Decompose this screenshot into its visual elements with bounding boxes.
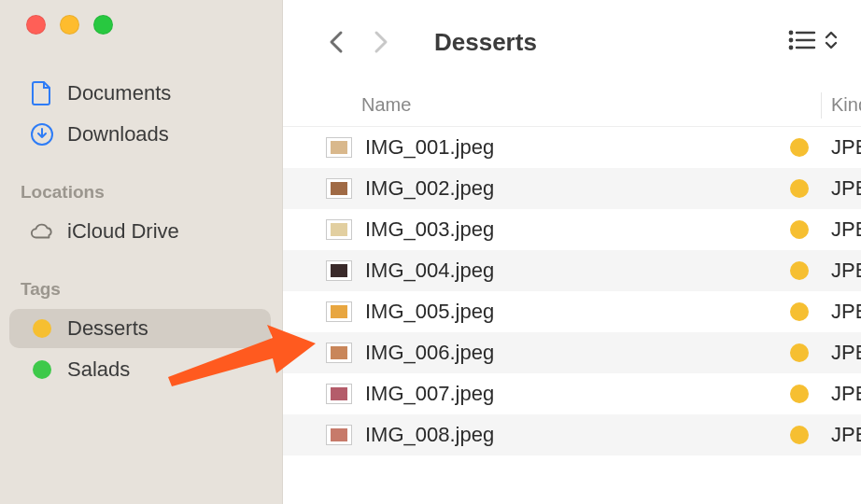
file-tag-dot-icon	[790, 179, 809, 198]
icloud-icon	[30, 219, 54, 244]
file-row[interactable]: IMG_007.jpegJPEG image	[283, 373, 861, 414]
file-name: IMG_002.jpeg	[365, 176, 790, 201]
file-tag-dot-icon	[790, 302, 809, 321]
file-kind: JPEG image	[831, 259, 861, 283]
minimize-window-button[interactable]	[60, 15, 79, 35]
file-kind: JPEG image	[831, 382, 861, 406]
file-name: IMG_005.jpeg	[365, 300, 790, 324]
tag-dot-icon	[30, 316, 54, 341]
download-icon	[30, 122, 54, 147]
file-kind: JPEG image	[831, 217, 861, 242]
sidebar-item-downloads[interactable]: Downloads	[9, 115, 271, 154]
file-tag-dot-icon	[790, 426, 809, 444]
file-name: IMG_008.jpeg	[365, 423, 790, 447]
document-icon	[30, 81, 54, 105]
file-thumbnail-icon	[326, 301, 352, 322]
file-row[interactable]: IMG_008.jpegJPEG image	[283, 414, 861, 455]
file-tag-dot-icon	[790, 343, 809, 362]
file-row[interactable]: IMG_005.jpegJPEG image	[283, 291, 861, 332]
file-name: IMG_001.jpeg	[365, 135, 790, 160]
svg-point-1	[790, 32, 792, 34]
file-name: IMG_007.jpeg	[365, 382, 790, 406]
sidebar-item-label: iCloud Drive	[67, 219, 179, 244]
back-button[interactable]	[322, 28, 350, 56]
sidebar-item-label: Downloads	[67, 122, 169, 147]
sidebar: Documents Downloads Locations iCloud Dri…	[0, 0, 283, 504]
file-name: IMG_004.jpeg	[365, 259, 790, 283]
sidebar-tag-desserts[interactable]: Desserts	[9, 309, 271, 348]
file-name: IMG_006.jpeg	[365, 341, 790, 365]
file-kind: JPEG image	[831, 135, 861, 160]
file-thumbnail-icon	[326, 137, 352, 158]
window-controls	[0, 15, 282, 35]
file-thumbnail-icon	[326, 219, 352, 240]
sidebar-item-icloud-drive[interactable]: iCloud Drive	[9, 212, 271, 251]
file-kind: JPEG image	[831, 176, 861, 201]
column-headers: Name Kind	[283, 84, 861, 127]
close-window-button[interactable]	[26, 15, 46, 35]
file-row[interactable]: IMG_002.jpegJPEG image	[283, 168, 861, 209]
sidebar-item-label: Salads	[67, 357, 130, 382]
file-row[interactable]: IMG_006.jpegJPEG image	[283, 332, 861, 373]
tag-dot-icon	[30, 357, 54, 382]
file-name: IMG_003.jpeg	[365, 217, 790, 242]
column-header-kind[interactable]: Kind	[831, 94, 861, 116]
toolbar: Desserts	[283, 0, 861, 84]
svg-point-3	[790, 39, 792, 41]
list-view-icon	[788, 30, 816, 54]
sidebar-section-locations: Locations	[0, 182, 282, 210]
sidebar-section-tags: Tags	[0, 279, 282, 307]
file-tag-dot-icon	[790, 138, 809, 157]
view-options-button[interactable]	[788, 29, 839, 55]
file-tag-dot-icon	[790, 385, 809, 403]
sidebar-tag-salads[interactable]: Salads	[9, 350, 271, 389]
main-content: Desserts Name Kind IMG_001.jpegJPEG imag…	[283, 0, 861, 504]
fullscreen-window-button[interactable]	[93, 15, 113, 35]
file-thumbnail-icon	[326, 178, 352, 199]
svg-point-5	[790, 47, 792, 49]
file-tag-dot-icon	[790, 220, 809, 239]
file-row[interactable]: IMG_001.jpegJPEG image	[283, 127, 861, 168]
file-list: IMG_001.jpegJPEG imageIMG_002.jpegJPEG i…	[283, 127, 861, 504]
folder-title: Desserts	[434, 28, 537, 57]
file-thumbnail-icon	[326, 260, 352, 281]
file-row[interactable]: IMG_003.jpegJPEG image	[283, 209, 861, 250]
column-header-name[interactable]: Name	[283, 94, 821, 116]
file-kind: JPEG image	[831, 341, 861, 365]
file-kind: JPEG image	[831, 423, 861, 447]
file-tag-dot-icon	[790, 261, 809, 280]
file-row[interactable]: IMG_004.jpegJPEG image	[283, 250, 861, 291]
column-separator[interactable]	[821, 92, 822, 119]
sidebar-item-label: Desserts	[67, 316, 148, 341]
sidebar-item-documents[interactable]: Documents	[9, 74, 271, 113]
file-thumbnail-icon	[326, 425, 352, 445]
sidebar-item-label: Documents	[67, 81, 171, 105]
file-thumbnail-icon	[326, 384, 352, 404]
up-down-chevron-icon	[824, 29, 839, 55]
file-kind: JPEG image	[831, 300, 861, 324]
forward-button[interactable]	[367, 28, 395, 56]
file-thumbnail-icon	[326, 343, 352, 363]
